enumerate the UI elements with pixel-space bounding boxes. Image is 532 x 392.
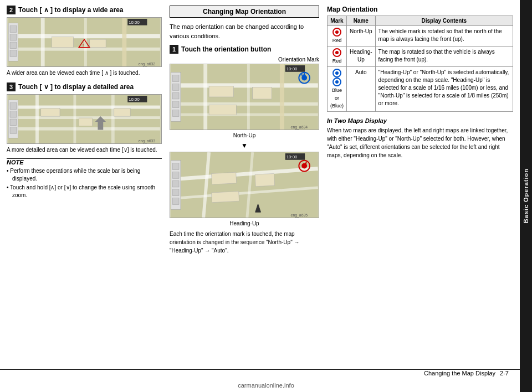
mark-icon-blue-1 — [332, 69, 341, 78]
in-two-maps-title: In Two Maps Display — [327, 117, 513, 124]
note-section: NOTE Perform these operations while the … — [7, 158, 162, 199]
svg-rect-73 — [172, 172, 179, 178]
svg-rect-27 — [114, 108, 130, 116]
svg-text:!: ! — [83, 43, 84, 48]
intro-text: The map orientation can be changed accor… — [170, 22, 319, 40]
mark-icon-red-2 — [332, 48, 341, 57]
svg-rect-45 — [253, 87, 272, 99]
svg-rect-60 — [171, 152, 318, 218]
svg-rect-7 — [90, 39, 106, 48]
svg-rect-3 — [41, 18, 45, 66]
svg-rect-25 — [41, 108, 60, 116]
svg-rect-39 — [171, 102, 318, 106]
svg-rect-21 — [8, 127, 160, 131]
mark-color-label-1: Red — [332, 38, 342, 43]
page-footer: Changing the Map Display 2-7 — [0, 369, 520, 376]
svg-rect-34 — [10, 119, 17, 126]
svg-text:10:00: 10:00 — [129, 20, 140, 25]
svg-text:eng_a633: eng_a633 — [139, 139, 156, 143]
mark-color-label-3: Blue or (Blue) — [330, 87, 344, 109]
svg-text:10:00: 10:00 — [287, 66, 298, 71]
north-up-label: North-Up — [170, 132, 319, 138]
mark-color-label-2: Red — [332, 58, 342, 64]
section2-header: 2 Touch [ ∧ ] to display a wide area — [7, 6, 162, 14]
note-title: NOTE — [7, 159, 162, 166]
orientation-table: Mark Name Display Contents Red North-Up … — [327, 16, 513, 112]
svg-rect-12 — [10, 26, 17, 33]
right-sidebar: Basic Operation — [520, 0, 532, 392]
mark-cell-3: Blue or (Blue) — [328, 67, 347, 112]
svg-rect-15 — [10, 50, 17, 57]
svg-rect-5 — [122, 18, 126, 66]
svg-rect-35 — [10, 127, 17, 134]
step1-header: 1 Touch the orientation button — [170, 45, 319, 54]
display-cell-2: The map is rotated so that the vehicle i… — [375, 47, 513, 67]
svg-rect-65 — [212, 172, 237, 184]
heading-up-label: Heading-Up — [170, 220, 319, 226]
svg-rect-6 — [52, 37, 73, 48]
map-image-detail: eng_a633 10:00 — [7, 94, 162, 144]
svg-text:10:00: 10:00 — [129, 97, 140, 102]
map-image-wide: eng_a632 10:00 ! — [7, 17, 162, 67]
name-cell-1: North-Up — [347, 26, 376, 47]
step1-title: Touch the orientation button — [181, 45, 271, 53]
note-item-2: Touch and hold [∧] or [∨] to change the … — [7, 184, 162, 199]
svg-rect-52 — [172, 84, 179, 90]
note-item-1: Perform these operations while the scale… — [7, 167, 162, 183]
section3-header: 3 Touch [ ∨ ] to display a detailed area — [7, 82, 162, 91]
col-header-mark: Mark — [328, 16, 347, 26]
svg-rect-44 — [209, 86, 233, 97]
svg-rect-33 — [10, 111, 17, 117]
display-cell-1: The vehicle mark is rotated so that the … — [375, 26, 513, 47]
mark-icon-red-1 — [332, 28, 341, 37]
arrow-down: ▼ — [170, 142, 319, 149]
map-headingup: eng_a635 10:00 — [170, 152, 319, 218]
right-column: Map Orientation Mark Name Display Conten… — [327, 6, 513, 386]
svg-rect-32 — [10, 103, 17, 110]
map-northup: eng_a634 10:00 N — [170, 64, 319, 130]
section3-caption: A more detailed area can be viewed each … — [7, 146, 162, 154]
svg-rect-55 — [172, 110, 179, 117]
svg-rect-74 — [172, 180, 179, 187]
table-row: Blue or (Blue) Auto "Heading-Up" or "Nor… — [328, 67, 513, 112]
svg-rect-40 — [171, 114, 318, 116]
svg-rect-23 — [73, 95, 76, 143]
col-header-name: Name — [347, 16, 376, 26]
main-content: 2 Touch [ ∧ ] to display a wide area eng… — [0, 0, 520, 392]
section3-title: Touch [ ∨ ] to display a detailed area — [18, 83, 134, 91]
footer-page: 2-7 — [500, 370, 509, 376]
svg-text:eng_a635: eng_a635 — [291, 213, 308, 218]
badge-1: 1 — [170, 45, 178, 54]
svg-rect-19 — [8, 106, 160, 109]
name-cell-2: Heading- Up — [347, 47, 376, 67]
svg-rect-37 — [171, 64, 318, 130]
svg-rect-42 — [247, 64, 250, 130]
page-container: 2 Touch [ ∧ ] to display a wide area eng… — [0, 0, 532, 392]
section2-caption: A wider area can be viewed each time [ ∧… — [7, 69, 162, 77]
section2-title: Touch [ ∧ ] to display a wide area — [18, 6, 123, 14]
in-two-maps-text: When two maps are displayed, the left an… — [327, 126, 513, 159]
sequence-text: Each time the orientation mark is touche… — [170, 230, 319, 255]
badge-2: 2 — [7, 6, 16, 14]
left-column: 2 Touch [ ∧ ] to display a wide area eng… — [7, 6, 162, 386]
svg-rect-51 — [172, 75, 179, 82]
col-header-display: Display Contents — [375, 16, 513, 26]
mark-icon-blue-2 — [332, 78, 341, 86]
svg-rect-46 — [209, 105, 236, 115]
svg-rect-13 — [10, 34, 17, 40]
svg-text:10:00: 10:00 — [287, 154, 298, 159]
svg-text:eng_a632: eng_a632 — [139, 62, 156, 66]
svg-rect-76 — [172, 198, 179, 205]
table-row: Red Heading- Up The map is rotated so th… — [328, 47, 513, 67]
watermark: carmanualonline.info — [238, 382, 294, 389]
name-text-2: Heading- Up — [350, 49, 372, 63]
section-box-title: Changing Map Orientation — [170, 6, 319, 18]
svg-text:N: N — [300, 73, 303, 77]
sidebar-label: Basic Operation — [523, 168, 529, 223]
svg-rect-43 — [280, 64, 284, 130]
svg-rect-41 — [203, 64, 207, 130]
middle-column: Changing Map Orientation The map orienta… — [170, 6, 319, 386]
svg-rect-26 — [79, 118, 92, 126]
svg-rect-24 — [111, 95, 115, 143]
svg-rect-53 — [172, 92, 179, 99]
